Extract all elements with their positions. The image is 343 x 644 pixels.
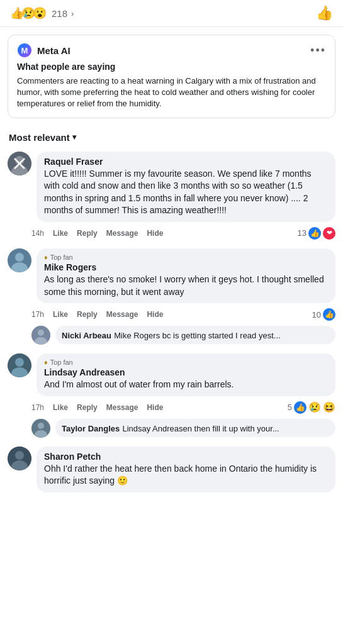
avatar-sharon-img: [8, 447, 31, 470]
comment-text-lindsay: And I'm almost out of water from my rain…: [44, 379, 328, 391]
like-icon-raquel: 👍: [308, 227, 321, 240]
message-button-lindsay[interactable]: Message: [106, 403, 138, 412]
reaction-num-mike: 10: [312, 310, 321, 319]
avatar-mike: [8, 248, 31, 272]
comment-item: Raquel Fraser LOVE it!!!!! Summer is my …: [0, 148, 343, 242]
nested-text-taylor: Lindsay Andreasen then fill it up with y…: [122, 424, 279, 433]
comment-raquel: Raquel Fraser LOVE it!!!!! Summer is my …: [0, 148, 343, 225]
comment-actions-raquel: 14h Like Reply Message Hide 13 👍 ❤: [0, 225, 343, 242]
reply-button-raquel[interactable]: Reply: [77, 229, 98, 238]
like-icon-mike: 👍: [323, 308, 335, 321]
nested-name-taylor: Taylor Dangles: [62, 424, 120, 433]
most-relevant-filter[interactable]: Most relevant ▾: [0, 126, 343, 145]
avatar-nicki-img: [31, 326, 50, 345]
avatar-sharon: [8, 447, 31, 470]
nested-text-nicki: Mike Rogers bc is getting started I read…: [114, 331, 280, 340]
reaction-bar: 👍 😢 😮 218 › 👍: [0, 0, 343, 27]
comment-sharon: Sharon Petch Ohh I'd rather the heat her…: [0, 443, 343, 495]
dropdown-arrow-icon: ▾: [72, 133, 76, 142]
meta-ai-logo-icon: M: [17, 43, 32, 58]
meta-ai-header: M Meta AI •••: [17, 43, 326, 58]
avatar-taylor: [31, 419, 50, 438]
meta-ai-more-button[interactable]: •••: [310, 44, 326, 57]
reaction-count-lindsay: 5 👍 😢 😆: [288, 401, 343, 414]
svg-point-11: [38, 330, 44, 336]
laugh-icon-lindsay: 😆: [323, 401, 335, 413]
meta-ai-card: M Meta AI ••• What people are saying Com…: [8, 35, 335, 118]
nested-name-nicki: Nicki Arbeau: [62, 331, 111, 340]
like-button-raquel[interactable]: Like: [53, 229, 68, 238]
top-fan-badge-lindsay: ♦ Top fan: [44, 358, 328, 366]
comment-text-sharon: Ohh I'd rather the heat here then back h…: [44, 463, 328, 487]
svg-point-14: [15, 358, 24, 367]
diamond-icon: ♦: [44, 253, 48, 261]
reaction-emojis[interactable]: 👍 😢 😮: [10, 6, 47, 20]
comment-bubble-lindsay: ♦ Top fan Lindsay Andreasen And I'm almo…: [37, 353, 335, 396]
hide-button-raquel[interactable]: Hide: [147, 229, 163, 238]
avatar-lindsay-img: [8, 353, 31, 377]
most-relevant-label: Most relevant: [9, 132, 70, 143]
top-fan-label: Top fan: [50, 253, 73, 261]
svg-point-8: [15, 253, 24, 262]
emoji-wow: 😮: [33, 6, 47, 20]
svg-point-20: [15, 451, 24, 460]
svg-point-17: [38, 423, 44, 429]
meta-ai-body: Commenters are reacting to a heat warnin…: [17, 75, 326, 110]
meta-ai-name: Meta AI: [37, 45, 70, 56]
comment-item-mike: ♦ Top fan Mike Rogers As long as there's…: [0, 245, 343, 347]
comment-bubble-raquel: Raquel Fraser LOVE it!!!!! Summer is my …: [37, 152, 335, 222]
like-button-lindsay[interactable]: Like: [53, 403, 68, 412]
chevron-icon[interactable]: ›: [71, 9, 74, 18]
comment-time-raquel: 14h: [31, 229, 44, 238]
diamond-icon-lindsay: ♦: [44, 358, 48, 366]
reaction-count-raquel: 13 👍 ❤: [298, 227, 343, 240]
avatar-taylor-img: [31, 419, 50, 438]
hide-button-lindsay[interactable]: Hide: [147, 403, 163, 412]
cry-icon-lindsay: 😢: [308, 401, 321, 413]
commenter-name-sharon: Sharon Petch: [44, 452, 328, 462]
comment-item-sharon: Sharon Petch Ohh I'd rather the heat her…: [0, 443, 343, 495]
message-button-raquel[interactable]: Message: [106, 229, 138, 238]
like-icon-lindsay: 👍: [294, 401, 306, 414]
reaction-num-lindsay: 5: [288, 402, 292, 412]
reply-button-lindsay[interactable]: Reply: [77, 403, 98, 412]
comment-bubble-sharon: Sharon Petch Ohh I'd rather the heat her…: [37, 447, 335, 492]
nested-comment-taylor: Taylor Dangles Lindsay Andreasen then fi…: [0, 416, 343, 440]
message-button-mike[interactable]: Message: [106, 310, 138, 319]
comment-actions-lindsay: 17h Like Reply Message Hide 5 👍 😢 😆: [0, 399, 343, 416]
meta-ai-title-row: M Meta AI: [17, 43, 70, 58]
reply-button-mike[interactable]: Reply: [77, 310, 98, 319]
thumbs-up-button[interactable]: 👍: [316, 5, 333, 21]
avatar-raquel-img: [8, 152, 31, 175]
top-fan-label-lindsay: Top fan: [50, 358, 73, 366]
reaction-count: 218: [52, 8, 67, 19]
top-fan-badge-mike: ♦ Top fan: [44, 253, 328, 261]
commenter-name-mike: Mike Rogers: [44, 262, 328, 272]
avatar-raquel: [8, 152, 31, 175]
nested-comment-nicki: Nicki Arbeau Mike Rogers bc is getting s…: [0, 323, 343, 347]
comment-text-raquel: LOVE it!!!!! Summer is my favourite seas…: [44, 168, 328, 217]
svg-text:M: M: [21, 46, 28, 55]
reaction-left: 👍 😢 😮 218 ›: [10, 6, 74, 20]
hide-button-mike[interactable]: Hide: [147, 310, 163, 319]
avatar-mike-img: [8, 248, 31, 272]
avatar-lindsay: [8, 353, 31, 377]
comment-actions-mike: 17h Like Reply Message Hide 10 👍: [0, 306, 343, 323]
comment-time-lindsay: 17h: [31, 403, 44, 412]
comment-item-lindsay: ♦ Top fan Lindsay Andreasen And I'm almo…: [0, 350, 343, 440]
commenter-name-lindsay: Lindsay Andreasen: [44, 367, 328, 377]
comments-section: Raquel Fraser LOVE it!!!!! Summer is my …: [0, 145, 343, 500]
like-button-mike[interactable]: Like: [53, 310, 68, 319]
comment-text-mike: As long as there's no smoke! I worry whe…: [44, 274, 328, 298]
comment-mike: ♦ Top fan Mike Rogers As long as there's…: [0, 245, 343, 306]
commenter-name-raquel: Raquel Fraser: [44, 157, 328, 167]
nested-bubble-taylor: Taylor Dangles Lindsay Andreasen then fi…: [55, 419, 335, 437]
comment-time-mike: 17h: [31, 310, 44, 319]
comment-lindsay: ♦ Top fan Lindsay Andreasen And I'm almo…: [0, 350, 343, 399]
reaction-num-raquel: 13: [298, 228, 306, 238]
meta-ai-subtitle: What people are saying: [17, 62, 326, 72]
avatar-nicki: [31, 326, 50, 345]
reaction-count-mike: 10 👍: [312, 308, 343, 321]
nested-bubble-nicki: Nicki Arbeau Mike Rogers bc is getting s…: [55, 326, 335, 344]
comment-bubble-mike: ♦ Top fan Mike Rogers As long as there's…: [37, 248, 335, 303]
